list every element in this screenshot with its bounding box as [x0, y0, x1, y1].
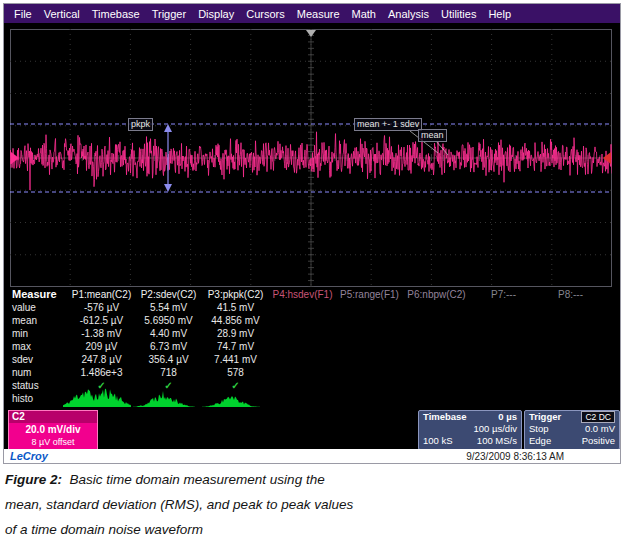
caption-label: Figure 2:: [5, 472, 62, 487]
param-header-p1[interactable]: P1:mean(C2): [68, 288, 135, 301]
menu-file[interactable]: File: [8, 8, 38, 20]
cell-p3-min: 28.9 mV: [202, 327, 269, 340]
param-header-p3[interactable]: P3:pkpk(C2): [202, 288, 269, 301]
param-header-p8[interactable]: P8:---: [537, 288, 604, 301]
menu-bar: File Vertical Timebase Trigger Display C…: [4, 4, 620, 23]
menu-math[interactable]: Math: [346, 8, 382, 20]
lecroy-logo: LeCroy: [10, 450, 48, 462]
param-header-p7[interactable]: P7:---: [470, 288, 537, 301]
timebase-position: 0 µs: [498, 411, 517, 423]
cell-p3-mean: 44.856 mV: [202, 314, 269, 327]
row-label-min: min: [8, 327, 68, 340]
cell-p3-max: 74.7 mV: [202, 340, 269, 353]
oscilloscope-window: File Vertical Timebase Trigger Display C…: [3, 3, 621, 464]
trigger-type: Edge: [529, 435, 551, 447]
menu-analysis[interactable]: Analysis: [382, 8, 435, 20]
status-strip: LeCroy 9/23/2009 8:36:13 AM: [4, 449, 620, 463]
timebase-tdiv: 100 µs/div: [474, 423, 518, 435]
waveform-display: pkpk mean +- 1 sdev mean: [10, 29, 612, 287]
cell-p2-value: 5.54 mV: [135, 301, 202, 314]
cell-p2-num: 718: [135, 366, 202, 379]
row-label-value: value: [8, 301, 68, 314]
channel-vdiv: 20.0 mV/div: [9, 423, 97, 436]
cell-p2-min: 4.40 mV: [135, 327, 202, 340]
row-label-mean: mean: [8, 314, 68, 327]
figure-caption: Figure 2: Basic time domain measurement …: [5, 467, 619, 542]
waveform-grid: [10, 29, 612, 287]
timebase-samples: 100 kS: [423, 435, 453, 447]
caption-line2: mean, standard deviation (RMS), and peak…: [5, 492, 619, 517]
menu-measure[interactable]: Measure: [291, 8, 346, 20]
datetime: 9/23/2009 8:36:13 AM: [466, 451, 614, 462]
cell-p1-sdev: 247.8 µV: [68, 353, 135, 366]
cell-p3-num: 578: [202, 366, 269, 379]
menu-timebase[interactable]: Timebase: [86, 8, 146, 20]
cell-p1-value: -576 µV: [68, 301, 135, 314]
menu-utilities[interactable]: Utilities: [435, 8, 482, 20]
cell-p2-sdev: 356.4 µV: [135, 353, 202, 366]
timebase-rate: 100 MS/s: [477, 435, 517, 447]
trigger-descriptor[interactable]: Trigger C2 DC Stop 0.0 mV Edge Positive: [524, 410, 620, 450]
cell-p1-min: -1.38 mV: [68, 327, 135, 340]
trigger-level: 0.0 mV: [585, 423, 615, 435]
cell-p2-mean: 5.6950 mV: [135, 314, 202, 327]
cell-p1-num: 1.486e+3: [68, 366, 135, 379]
row-label-num: num: [8, 366, 68, 379]
timebase-descriptor[interactable]: Timebase 0 µs 100 µs/div 100 kS 100 MS/s: [418, 410, 522, 450]
trigger-mode: Stop: [529, 423, 549, 435]
param-header-p2[interactable]: P2:sdev(C2): [135, 288, 202, 301]
caption-line3: of a time domain noise waveform: [5, 517, 619, 542]
cell-p3-value: 41.5 mV: [202, 301, 269, 314]
menu-help[interactable]: Help: [482, 8, 517, 20]
cell-p1-max: 209 µV: [68, 340, 135, 353]
row-label-sdev: sdev: [8, 353, 68, 366]
measure-title: Measure: [8, 288, 68, 301]
menu-trigger[interactable]: Trigger: [146, 8, 192, 20]
menu-display[interactable]: Display: [192, 8, 240, 20]
param-header-p5[interactable]: P5:range(F1): [336, 288, 403, 301]
cell-p3-sdev: 7.441 mV: [202, 353, 269, 366]
mean-annotation: mean: [418, 129, 447, 142]
channel-offset: 8 µV offset: [9, 436, 97, 448]
row-label-max: max: [8, 340, 68, 353]
param-header-p6[interactable]: P6:nbpw(C2): [403, 288, 470, 301]
trigger-slope: Positive: [582, 435, 615, 447]
timebase-label: Timebase: [423, 411, 467, 423]
cell-p1-mean: -612.5 µV: [68, 314, 135, 327]
pkpk-annotation: pkpk: [128, 118, 153, 131]
row-label-status: status: [8, 379, 68, 392]
menu-vertical[interactable]: Vertical: [38, 8, 86, 20]
row-label-histo: histo: [8, 392, 68, 405]
trigger-source-badge: C2 DC: [581, 411, 615, 423]
histogram-icons: [62, 384, 277, 408]
menu-cursors[interactable]: Cursors: [240, 8, 291, 20]
param-header-p4[interactable]: P4:hsdev(F1): [269, 288, 336, 301]
channel-label: C2: [9, 411, 97, 423]
mean-sdev-annotation: mean +- 1 sdev: [354, 118, 422, 131]
channel-c2-descriptor[interactable]: C2 20.0 mV/div 8 µV offset: [8, 410, 98, 450]
caption-line1: Basic time domain measurement using the: [70, 472, 325, 487]
trigger-label: Trigger: [529, 411, 561, 423]
cell-p2-max: 6.73 mV: [135, 340, 202, 353]
